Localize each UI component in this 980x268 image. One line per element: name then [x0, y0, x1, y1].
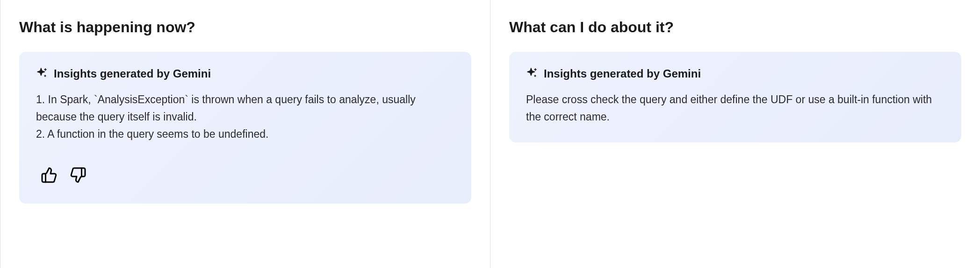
- left-insight-card: Insights generated by Gemini 1. In Spark…: [19, 52, 471, 204]
- right-card-header: Insights generated by Gemini: [526, 67, 944, 81]
- thumbs-up-button[interactable]: [39, 165, 59, 187]
- right-card-title: Insights generated by Gemini: [544, 67, 701, 80]
- thumbs-down-button[interactable]: [68, 165, 88, 187]
- right-heading: What can I do about it?: [509, 19, 961, 36]
- left-column: What is happening now? Insights generate…: [0, 0, 490, 268]
- left-heading: What is happening now?: [19, 19, 471, 36]
- sparkle-icon: [36, 67, 48, 81]
- right-body: Please cross check the query and either …: [526, 91, 944, 126]
- insights-container: What is happening now? Insights generate…: [0, 0, 980, 268]
- left-card-body: 1. In Spark, `AnalysisException` is thro…: [36, 91, 454, 142]
- right-insight-card: Insights generated by Gemini Please cros…: [509, 52, 961, 142]
- right-card-body: Please cross check the query and either …: [526, 91, 944, 126]
- feedback-row: [36, 165, 454, 187]
- thumbs-up-icon: [41, 167, 58, 185]
- left-card-header: Insights generated by Gemini: [36, 67, 454, 81]
- left-card-title: Insights generated by Gemini: [54, 67, 211, 80]
- thumbs-down-icon: [70, 167, 86, 185]
- left-body-line1: 1. In Spark, `AnalysisException` is thro…: [36, 91, 454, 126]
- right-column: What can I do about it? Insights generat…: [490, 0, 980, 268]
- sparkle-icon: [526, 67, 538, 81]
- left-body-line2: 2. A function in the query seems to be u…: [36, 126, 454, 143]
